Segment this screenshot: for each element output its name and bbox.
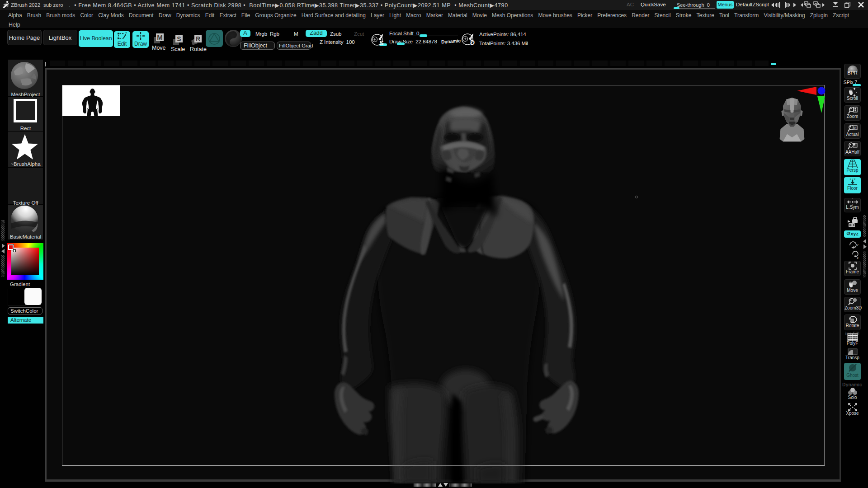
svg-text:D: D	[470, 39, 475, 46]
svg-text:z: z	[857, 256, 859, 260]
svg-text:Y: Y	[856, 243, 859, 247]
svg-text:S: S	[177, 35, 181, 42]
svg-text:M: M	[157, 33, 163, 41]
svg-text:S: S	[379, 39, 383, 47]
svg-text:R: R	[196, 35, 200, 42]
svg-text:x1: x1	[853, 127, 857, 130]
svg-text:x y z: x y z	[849, 178, 855, 180]
